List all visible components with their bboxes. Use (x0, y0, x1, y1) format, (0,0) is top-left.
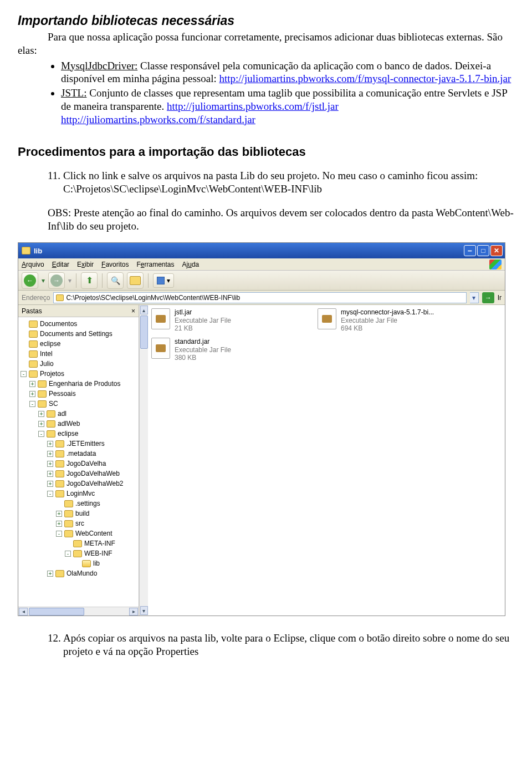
tree-item[interactable]: -WEB-INF (18, 548, 139, 558)
collapse-icon[interactable]: - (65, 551, 71, 557)
tree-item[interactable]: -LoginMvc (18, 489, 139, 499)
link-standard-jar[interactable]: http://juliomartins.pbworks.com/f/standa… (61, 114, 255, 125)
menu-exibir[interactable]: Exibir (77, 261, 94, 268)
menu-editar[interactable]: Editar (52, 261, 69, 268)
expand-icon[interactable]: + (47, 441, 53, 447)
search-button[interactable]: 🔍 (107, 272, 124, 289)
tree-item[interactable]: eclipse (18, 339, 139, 349)
tree-item[interactable]: -SC (18, 399, 139, 409)
file-item[interactable]: standard.jar Executable Jar File 380 KB (151, 338, 306, 362)
vertical-scrollbar[interactable]: ▴ ▾ (139, 305, 148, 616)
collapse-icon[interactable]: - (56, 531, 62, 537)
expand-icon[interactable]: + (38, 421, 44, 427)
scroll-up-icon[interactable]: ▴ (140, 306, 148, 314)
tree-item[interactable]: .settings (18, 499, 139, 508)
folder-icon (29, 350, 38, 358)
expand-icon[interactable]: + (47, 451, 53, 457)
link-jstl-jar[interactable]: http://juliomartins.pbworks.com/f/jstl.j… (167, 100, 339, 112)
forward-button[interactable]: → (48, 272, 65, 289)
folder-icon (55, 460, 64, 467)
back-button[interactable]: ← (22, 272, 38, 289)
file-list-pane[interactable]: jstl.jar Executable Jar File 21 KB stand… (148, 305, 505, 616)
tree-item[interactable]: +Pessoais (18, 389, 139, 399)
scroll-thumb[interactable] (29, 608, 84, 616)
tree-item[interactable]: +adlWeb (18, 419, 139, 429)
forward-dropdown-icon[interactable]: ▾ (68, 277, 71, 284)
tree-item[interactable]: +JogoDaVelhaWeb2 (18, 479, 139, 489)
tree-item[interactable]: Documents and Settings (18, 329, 139, 339)
collapse-icon[interactable]: - (29, 401, 35, 407)
tree-item[interactable]: +Engenharia de Produtos (18, 379, 139, 389)
tree-item[interactable]: -WebContent (18, 528, 139, 538)
file-item[interactable]: mysql-connector-java-5.1.7-bi... Executa… (318, 308, 473, 332)
tree-item[interactable]: +.JETEmitters (18, 439, 139, 449)
expand-icon[interactable]: + (29, 391, 35, 397)
expand-icon[interactable]: + (47, 471, 53, 477)
up-button[interactable]: ⬆ (81, 272, 98, 289)
close-folders-pane-icon[interactable]: × (131, 307, 135, 315)
expand-placeholder (74, 561, 80, 567)
scroll-left-icon[interactable]: ◂ (19, 608, 28, 616)
folder-tree[interactable]: DocumentosDocuments and SettingseclipseI… (18, 317, 139, 607)
bullet-lead: JSTL: (61, 87, 86, 99)
tree-item-label: Julio (40, 360, 54, 368)
folders-button[interactable] (127, 272, 144, 289)
expand-icon[interactable]: + (47, 571, 53, 577)
tree-item[interactable]: -eclipse (18, 429, 139, 439)
tree-item[interactable]: Documentos (18, 319, 139, 329)
tree-item[interactable]: +OlaMundo (18, 568, 139, 578)
collapse-icon[interactable]: - (21, 371, 27, 377)
folder-icon (47, 420, 55, 428)
horizontal-scrollbar[interactable]: ◂ ▸ (18, 607, 139, 616)
collapse-icon[interactable]: - (38, 431, 44, 437)
tree-item[interactable]: lib (18, 558, 139, 568)
expand-icon[interactable]: + (56, 521, 62, 527)
tree-item[interactable]: Intel (18, 349, 139, 359)
menu-ajuda[interactable]: Ajuda (182, 261, 200, 268)
scroll-down-icon[interactable]: ▾ (140, 606, 148, 615)
expand-placeholder (56, 501, 62, 507)
folder-icon (38, 390, 47, 398)
folders-header: Pastas × (18, 305, 139, 317)
views-button[interactable]: ▾ (153, 273, 174, 288)
address-dropdown-icon[interactable]: ▾ (470, 292, 479, 303)
folder-icon (64, 500, 73, 507)
expand-icon[interactable]: + (29, 381, 35, 387)
tree-item[interactable]: -Projetos (18, 369, 139, 379)
tree-item[interactable]: +adl (18, 409, 139, 419)
expand-icon[interactable]: + (38, 411, 44, 417)
maximize-button[interactable]: □ (477, 245, 489, 256)
link-mysql-jar[interactable]: http://juliomartins.pbworks.com/f/mysql-… (219, 73, 511, 84)
tree-item[interactable]: +JogoDaVelha (18, 459, 139, 469)
menu-ferramentas[interactable]: Ferramentas (136, 261, 174, 268)
address-input[interactable]: C:\Projetos\SC\eclipse\LoginMvc\WebConte… (53, 292, 466, 303)
tree-item[interactable]: +src (18, 518, 139, 528)
close-button[interactable]: ✕ (490, 245, 503, 256)
tree-item[interactable]: +build (18, 508, 139, 518)
file-type: Executable Jar File (175, 317, 231, 324)
tree-item[interactable]: Julio (18, 359, 139, 369)
collapse-icon[interactable]: - (47, 491, 53, 497)
file-type: Executable Jar File (175, 346, 231, 354)
scroll-thumb[interactable] (140, 316, 148, 349)
file-item[interactable]: jstl.jar Executable Jar File 21 KB (151, 308, 306, 332)
back-dropdown-icon[interactable]: ▾ (42, 277, 45, 284)
go-button[interactable]: → (482, 292, 494, 303)
expand-placeholder (21, 351, 27, 357)
minimize-button[interactable]: ‒ (464, 245, 476, 256)
toolbar: ← ▾ → ▾ ⬆ 🔍 ▾ (18, 271, 505, 291)
expand-icon[interactable]: + (47, 481, 53, 487)
tree-item[interactable]: +JogoDaVelhaWeb (18, 469, 139, 479)
obs-paragraph: OBS: Preste atenção ao final do caminho.… (48, 206, 514, 233)
bullet-mysql: MysqlJdbcDriver: Classe responsável pela… (61, 59, 514, 86)
expand-icon[interactable]: + (47, 461, 53, 467)
titlebar-folder-icon (22, 247, 30, 255)
menu-arquivo[interactable]: Arquivo (22, 261, 44, 268)
tree-item-label: Documents and Settings (40, 330, 112, 338)
menu-favoritos[interactable]: Favoritos (101, 261, 129, 268)
tree-item[interactable]: META-INF (18, 538, 139, 548)
tree-item[interactable]: +.metadata (18, 449, 139, 459)
expand-icon[interactable]: + (56, 511, 62, 517)
tree-item-label: SC (49, 400, 58, 408)
scroll-right-icon[interactable]: ▸ (129, 608, 138, 616)
